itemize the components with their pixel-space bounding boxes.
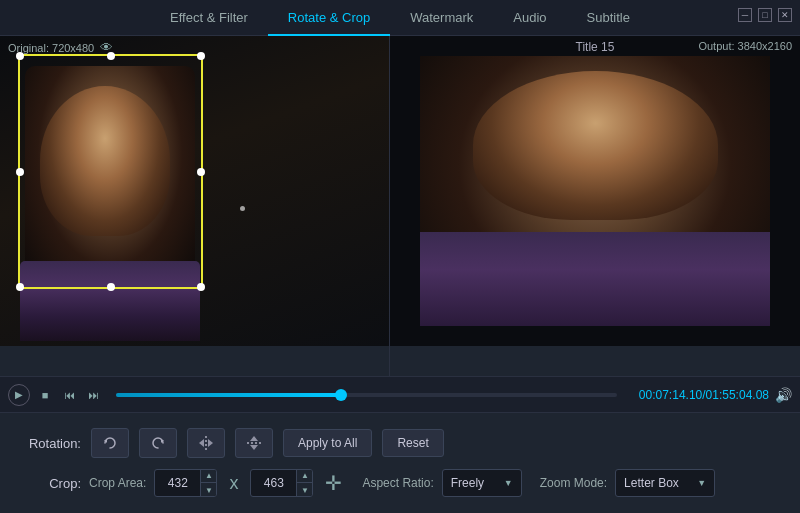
crop-handle-bottom-left[interactable] [16,283,24,291]
tabs-bar: Effect & Filter Rotate & Crop Watermark … [0,0,800,36]
crop-handle-bottom-center[interactable] [107,283,115,291]
rotation-label: Rotation: [16,436,81,451]
next-button[interactable]: ⏭ [84,386,102,404]
maximize-button[interactable]: □ [758,8,772,22]
crop-height-down[interactable]: ▼ [297,483,312,497]
preview-left: Original: 720x480 👁 [0,36,390,376]
stop-icon: ■ [42,389,49,401]
crop-width-down[interactable]: ▼ [201,483,216,497]
crop-handle-middle-left[interactable] [16,168,24,176]
zoom-mode-label: Zoom Mode: [540,476,607,490]
flip-horizontal-button[interactable] [187,428,225,458]
title-label: Title 15 [576,40,615,54]
crop-label: Crop: [16,476,81,491]
crop-handle-top-right[interactable] [197,52,205,60]
svg-marker-3 [199,439,204,447]
svg-marker-6 [250,436,258,441]
time-current: 00:07:14.10 [639,388,702,402]
crop-center-icon[interactable]: ✛ [325,471,342,495]
aspect-ratio-value: Freely [451,476,498,490]
stop-button[interactable]: ■ [36,386,54,404]
svg-marker-4 [208,439,213,447]
crop-width-input[interactable] [155,470,200,496]
prev-icon: ⏮ [64,389,75,401]
reset-button[interactable]: Reset [382,429,443,457]
dimension-separator: x [229,473,238,494]
aspect-ratio-label: Aspect Ratio: [362,476,433,490]
character-face-detail-right [473,71,718,220]
volume-icon[interactable]: 🔊 [775,387,792,403]
time-total: 01:55:04.08 [706,388,769,402]
tab-audio[interactable]: Audio [493,0,566,36]
controls-section: Rotation: [0,412,800,513]
cropped-preview-container [420,56,770,326]
aspect-ratio-arrow-icon: ▼ [504,478,513,488]
output-label: Output: 3840x2160 [698,40,792,52]
crop-width-spinner: ▲ ▼ [200,469,216,497]
preview-canvas-right[interactable] [390,36,800,346]
white-dot [240,206,245,211]
zoom-mode-dropdown[interactable]: Letter Box ▼ [615,469,715,497]
time-display: 00:07:14.10/01:55:04.08 [639,388,769,402]
crop-height-spinner: ▲ ▼ [296,469,312,497]
crop-handle-middle-right[interactable] [197,168,205,176]
next-icon: ⏭ [88,389,99,401]
progress-thumb[interactable] [335,389,347,401]
crop-box[interactable] [18,54,203,289]
flip-vertical-button[interactable] [235,428,273,458]
tab-rotate-crop[interactable]: Rotate & Crop [268,0,390,36]
progress-track[interactable] [116,393,617,397]
tab-subtitle[interactable]: Subtitle [567,0,650,36]
aspect-ratio-dropdown[interactable]: Freely ▼ [442,469,522,497]
playback-bar: ▶ ■ ⏮ ⏭ 00:07:14.10/01:55:04.08 🔊 [0,376,800,412]
svg-marker-7 [250,445,258,450]
rotate-cw-button[interactable] [139,428,177,458]
crop-width-group[interactable]: ▲ ▼ [154,469,217,497]
tab-watermark[interactable]: Watermark [390,0,493,36]
progress-fill [116,393,341,397]
prev-button[interactable]: ⏮ [60,386,78,404]
crop-area-label: Crop Area: [89,476,146,490]
crop-height-up[interactable]: ▲ [297,469,312,483]
original-text: Original: 720x480 [8,42,94,54]
character-clothes-right [420,232,770,327]
preview-right: Title 15 Output: 3840x2160 [390,36,800,376]
crop-height-group[interactable]: ▲ ▼ [250,469,313,497]
crop-row: Crop: Crop Area: ▲ ▼ x ▲ ▼ ✛ Aspect Rati… [16,463,784,503]
zoom-mode-arrow-icon: ▼ [697,478,706,488]
window-controls: ─ □ ✕ [738,8,792,22]
main-content: Original: 720x480 👁 Title 15 Out [0,36,800,376]
tab-effect-filter[interactable]: Effect & Filter [150,0,268,36]
preview-canvas-left[interactable] [0,36,389,346]
minimize-button[interactable]: ─ [738,8,752,22]
play-button[interactable]: ▶ [8,384,30,406]
crop-handle-bottom-right[interactable] [197,283,205,291]
eye-icon[interactable]: 👁 [100,40,113,55]
zoom-mode-value: Letter Box [624,476,691,490]
close-button[interactable]: ✕ [778,8,792,22]
apply-to-all-button[interactable]: Apply to All [283,429,372,457]
rotation-row: Rotation: [16,423,784,463]
crop-width-up[interactable]: ▲ [201,469,216,483]
rotate-ccw-button[interactable] [91,428,129,458]
original-label: Original: 720x480 👁 [8,40,113,55]
crop-height-input[interactable] [251,470,296,496]
play-icon: ▶ [15,389,23,400]
